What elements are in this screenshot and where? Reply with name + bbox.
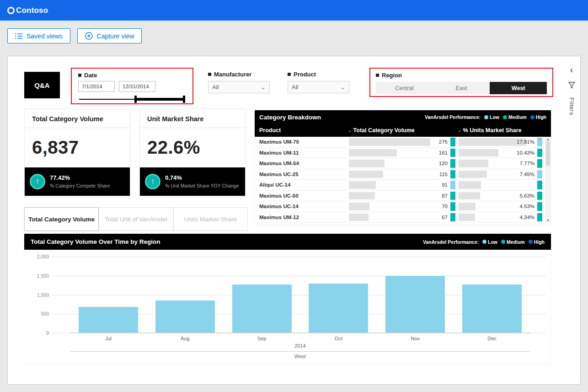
slicer-marker-icon — [376, 74, 379, 77]
date-range-slider[interactable] — [78, 95, 186, 103]
volume-value: 91 — [442, 180, 448, 190]
column-header-product[interactable]: Product — [255, 127, 348, 134]
bar-jul[interactable] — [79, 307, 138, 333]
slicer-marker-icon — [208, 73, 211, 76]
performance-square-icon — [450, 138, 455, 146]
qna-button[interactable]: Q&A — [24, 72, 60, 98]
volume-cell: 70 — [348, 201, 458, 212]
table-row[interactable]: Maximus UM-1116110.43% — [255, 148, 551, 159]
x-axis-year-label: 2014 — [70, 343, 530, 349]
manufacturer-dropdown[interactable]: All ⌄ — [208, 81, 270, 93]
scroll-down-icon[interactable]: ▼ — [546, 219, 550, 222]
sort-icon[interactable]: ⌄ — [458, 128, 461, 133]
capture-view-button[interactable]: Capture view — [77, 28, 142, 43]
slider-handle-left[interactable] — [134, 96, 137, 103]
date-start-input[interactable] — [78, 81, 115, 92]
legend-dot-icon — [482, 240, 486, 244]
performance-square-icon — [450, 192, 455, 200]
region-slicer: Region Central East West — [369, 68, 553, 97]
volume-cell: 120 — [348, 158, 458, 169]
volume-value: 161 — [439, 148, 448, 158]
kpi-unit-market-share: Unit Market Share 22.6% ↑ 0.74% % Unit M… — [139, 108, 246, 196]
tab-units-market-share[interactable]: Units Market Share — [173, 207, 248, 231]
legend-item-high[interactable]: High — [529, 239, 545, 245]
contoso-logo[interactable]: Contoso — [7, 6, 48, 15]
bar-aug[interactable] — [155, 301, 215, 333]
x-tick-label: Dec — [454, 336, 530, 341]
region-option-central[interactable]: Central — [376, 82, 433, 94]
legend-title: VanArsdel Performance: — [425, 114, 481, 120]
product-dropdown[interactable]: All ⌄ — [288, 81, 349, 93]
toolbar: Saved views Capture view — [0, 21, 588, 56]
data-bar — [459, 138, 526, 146]
region-slicer-label: Region — [382, 72, 402, 79]
slider-selected-range[interactable] — [134, 98, 185, 101]
region-option-east[interactable]: East — [433, 82, 490, 94]
legend-item-low[interactable]: Low — [484, 114, 499, 120]
product-cell: Aliqui UC-14 — [255, 182, 348, 188]
share-value: 5.63% — [519, 191, 535, 201]
product-cell: Maximus UC-50 — [255, 193, 348, 199]
table-row[interactable]: Maximus UC-50875.63% — [255, 191, 551, 202]
brand-name: Contoso — [16, 6, 48, 15]
report-canvas: Q&A Date Manufacturer All ⌄ — [7, 56, 581, 385]
table-row[interactable]: Maximus UC-251157.45% — [255, 169, 551, 180]
legend-item-low[interactable]: Low — [482, 239, 497, 245]
filters-panel-label[interactable]: Filters — [568, 97, 575, 115]
table-row[interactable]: Maximus UM-7027517.81% — [255, 137, 551, 148]
table-row[interactable]: Maximus UM-541207.77% — [255, 158, 551, 169]
bar-oct[interactable] — [309, 284, 368, 333]
saved-views-label: Saved views — [27, 32, 63, 40]
column-header-share[interactable]: ⌄ % Units Market Share — [458, 127, 551, 134]
product-cell: Maximus UC-14 — [255, 204, 348, 209]
legend-label: High — [534, 239, 545, 245]
axis-divider — [70, 351, 530, 352]
performance-square-icon — [537, 138, 542, 146]
capture-view-label: Capture view — [97, 32, 134, 40]
list-icon — [15, 33, 22, 39]
legend-label: Medium — [508, 114, 527, 120]
share-cell: 17.81% — [458, 137, 545, 147]
filter-funnel-icon[interactable] — [568, 82, 575, 88]
expand-filters-chevron-icon[interactable]: ‹ — [570, 66, 573, 73]
scroll-up-icon[interactable]: ▲ — [546, 138, 550, 141]
legend-item-high[interactable]: High — [530, 114, 546, 120]
scrollbar-thumb[interactable] — [546, 142, 550, 166]
bar-nov[interactable] — [385, 276, 445, 333]
kpi-title: Total Category Volume — [25, 109, 130, 128]
region-option-west[interactable]: West — [490, 82, 547, 94]
kpi-value: 22.6% — [140, 128, 245, 158]
table-row[interactable]: Maximus UC-14704.53% — [255, 201, 551, 212]
product-cell: Maximus UM-54 — [255, 161, 348, 166]
scrollbar-track[interactable] — [546, 142, 550, 218]
legend-item-medium[interactable]: Medium — [503, 114, 527, 120]
share-cell — [458, 180, 545, 190]
y-tick-label: 0 — [27, 330, 49, 336]
bar-dec[interactable] — [462, 285, 522, 333]
tab-total-category-volume[interactable]: Total Category Volume — [24, 207, 99, 231]
chart-plot — [70, 257, 530, 333]
table-row[interactable]: Maximus UM-12674.34% — [255, 212, 551, 223]
slider-handle-right[interactable] — [183, 96, 185, 103]
kpi-footer: ↑ 0.74% % Unit Market Share YOY Change — [140, 167, 245, 196]
bar-sep[interactable] — [232, 285, 292, 333]
category-breakdown-title: Category Breakdown — [259, 114, 321, 121]
data-bar — [459, 149, 498, 157]
legend-label: High — [536, 114, 546, 120]
performance-square-icon — [450, 149, 455, 157]
y-tick-label: 500 — [27, 311, 49, 317]
performance-square-icon — [537, 192, 542, 200]
sort-icon[interactable]: ⌄ — [348, 128, 352, 133]
legend-label: Low — [488, 239, 497, 245]
saved-views-button[interactable]: Saved views — [7, 28, 70, 43]
performance-square-icon — [537, 181, 542, 189]
date-end-input[interactable] — [119, 81, 155, 92]
column-header-volume[interactable]: ⌄ Total Category Volume — [348, 127, 458, 134]
table-row[interactable]: Aliqui UC-1491 — [255, 180, 551, 191]
data-bar — [349, 171, 383, 178]
column-header-share-label: % Units Market Share — [463, 127, 522, 134]
table-scrollbar[interactable]: ▲ ▼ — [545, 137, 551, 223]
x-tick-label: Jul — [70, 336, 147, 341]
tab-total-unit-of-vanarsdel[interactable]: Total Unit of VanArsdel — [99, 207, 173, 231]
legend-item-medium[interactable]: Medium — [501, 239, 525, 245]
